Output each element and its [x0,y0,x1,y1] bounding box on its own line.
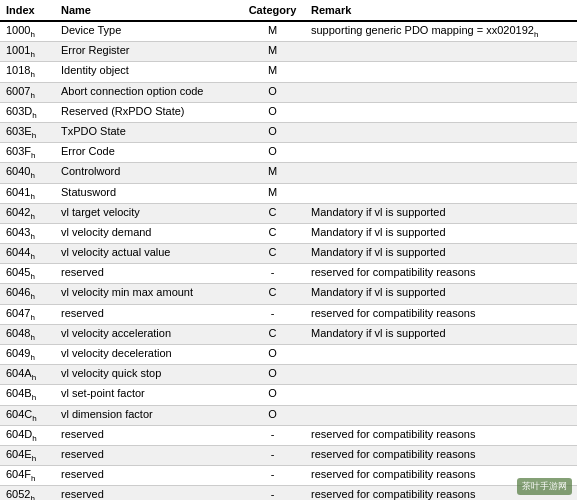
cell-index: 6047h [0,304,55,324]
table-row: 6046hvl velocity min max amountCMandator… [0,284,577,304]
cell-name: Abort connection option code [55,82,240,102]
cell-category: O [240,385,305,405]
cell-index: 604Ah [0,365,55,385]
table-row: 6044hvl velocity actual valueCMandatory … [0,244,577,264]
cell-remark: Mandatory if vl is supported [305,324,577,344]
cell-index: 603Dh [0,102,55,122]
table-row: 603EhTxPDO StateO [0,122,577,142]
cell-index: 6052h... 6059h [0,486,55,500]
cell-category: O [240,122,305,142]
cell-index: 604Ch [0,405,55,425]
table-row: 6040hControlwordM [0,163,577,183]
table-row: 603FhError CodeO [0,143,577,163]
cell-category: C [240,324,305,344]
cell-category: C [240,284,305,304]
cell-name: reserved [55,486,240,500]
cell-index: 6044h [0,244,55,264]
cell-remark: Mandatory if vl is supported [305,284,577,304]
cell-category: C [240,203,305,223]
cell-category: - [240,486,305,500]
cell-index: 603Eh [0,122,55,142]
table-row: 604Ehreserved-reserved for compatibility… [0,445,577,465]
cell-name: reserved [55,425,240,445]
cell-category: O [240,345,305,365]
object-dictionary-table: Index Name Category Remark 1000hDevice T… [0,0,577,500]
cell-remark [305,143,577,163]
cell-remark: reserved for compatibility reasons [305,264,577,284]
cell-category: - [240,264,305,284]
table-row: 6043hvl velocity demandCMandatory if vl … [0,223,577,243]
cell-category: - [240,304,305,324]
cell-name: Error Register [55,42,240,62]
cell-name: reserved [55,304,240,324]
cell-name: Identity object [55,62,240,82]
cell-index: 6040h [0,163,55,183]
cell-category: O [240,365,305,385]
cell-remark: reserved for compatibility reasons [305,445,577,465]
cell-name: reserved [55,445,240,465]
cell-category: M [240,62,305,82]
cell-name: TxPDO State [55,122,240,142]
table-row: 6049hvl velocity decelerationO [0,345,577,365]
table-row: 604Chvl dimension factorO [0,405,577,425]
cell-category: - [240,425,305,445]
cell-remark [305,163,577,183]
cell-name: vl velocity acceleration [55,324,240,344]
cell-name: Reserved (RxPDO State) [55,102,240,122]
cell-index: 6043h [0,223,55,243]
cell-remark [305,345,577,365]
table-row: 1018hIdentity objectM [0,62,577,82]
header-name: Name [55,0,240,21]
cell-remark: Mandatory if vl is supported [305,223,577,243]
table-row: 604Dhreserved-reserved for compatibility… [0,425,577,445]
cell-index: 6046h [0,284,55,304]
cell-index: 6042h [0,203,55,223]
cell-index: 604Bh [0,385,55,405]
header-index: Index [0,0,55,21]
table-row: 604Ahvl velocity quick stopO [0,365,577,385]
header-category: Category [240,0,305,21]
cell-name: reserved [55,466,240,486]
cell-category: M [240,163,305,183]
cell-index: 6041h [0,183,55,203]
cell-name: vl velocity min max amount [55,284,240,304]
table-row: 6047hreserved-reserved for compatibility… [0,304,577,324]
cell-category: - [240,466,305,486]
cell-remark [305,365,577,385]
cell-index: 6045h [0,264,55,284]
table-row: 6041hStatuswordM [0,183,577,203]
cell-name: vl velocity deceleration [55,345,240,365]
cell-category: O [240,405,305,425]
cell-index: 6007h [0,82,55,102]
table-row: 6048hvl velocity accelerationCMandatory … [0,324,577,344]
cell-category: M [240,42,305,62]
cell-remark: supporting generic PDO mapping = xx02019… [305,21,577,42]
cell-remark: Mandatory if vl is supported [305,244,577,264]
cell-remark [305,62,577,82]
cell-remark: reserved for compatibility reasons [305,304,577,324]
cell-index: 604Eh [0,445,55,465]
cell-name: Statusword [55,183,240,203]
cell-remark: Mandatory if vl is supported [305,203,577,223]
table-row: 6045hreserved-reserved for compatibility… [0,264,577,284]
table-row: 6052h... 6059hreserved-reserved for comp… [0,486,577,500]
table-row: 1001hError RegisterM [0,42,577,62]
cell-category: O [240,102,305,122]
table-row: 1000hDevice TypeMsupporting generic PDO … [0,21,577,42]
cell-index: 1018h [0,62,55,82]
cell-name: Device Type [55,21,240,42]
cell-index: 1001h [0,42,55,62]
table-row: 6042hvl target velocityCMandatory if vl … [0,203,577,223]
cell-remark: reserved for compatibility reasons [305,425,577,445]
cell-remark [305,102,577,122]
cell-category: C [240,244,305,264]
cell-name: vl dimension factor [55,405,240,425]
cell-name: vl velocity quick stop [55,365,240,385]
watermark: 茶叶手游网 [517,478,572,495]
cell-category: O [240,143,305,163]
cell-category: - [240,445,305,465]
cell-name: vl set-point factor [55,385,240,405]
cell-name: Error Code [55,143,240,163]
header-remark: Remark [305,0,577,21]
cell-index: 1000h [0,21,55,42]
